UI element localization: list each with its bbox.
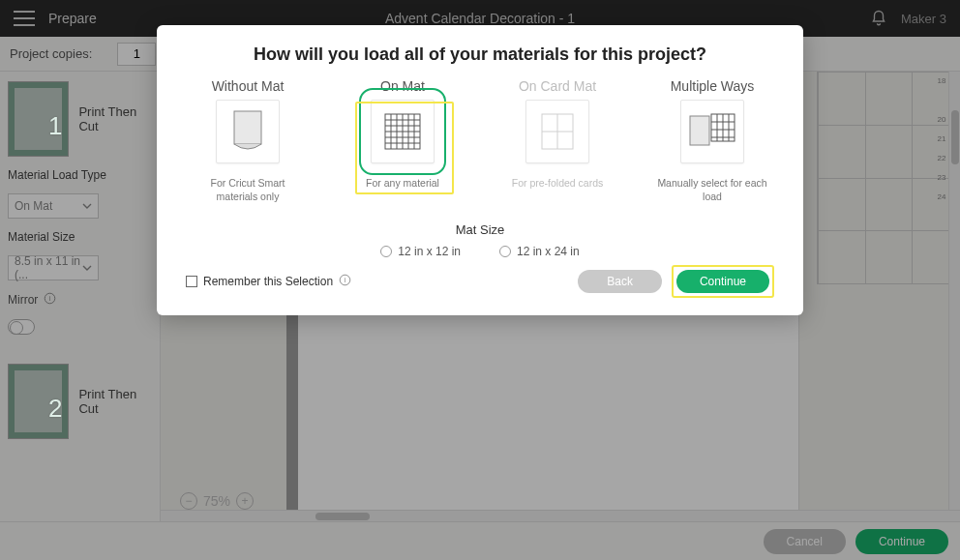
checkbox-icon[interactable]	[186, 276, 197, 287]
option-on-card-mat: On Card Mat For pre-folded cards	[499, 78, 615, 203]
radio-label: 12 in x 24 in	[517, 245, 580, 258]
radio-label: 12 in x 12 in	[398, 245, 461, 258]
remember-selection[interactable]: Remember this Selection i	[186, 274, 351, 289]
option-multiple-ways[interactable]: Multiple Ways Manually select for each l…	[654, 78, 770, 203]
without-mat-icon	[216, 100, 280, 163]
on-mat-icon	[371, 100, 435, 163]
radio-icon	[380, 246, 392, 257]
svg-text:i: i	[345, 276, 346, 284]
option-sub: For Cricut Smart materials only	[190, 177, 306, 203]
option-sub: For any material	[366, 177, 439, 191]
mat-size-12x24[interactable]: 12 in x 24 in	[499, 245, 580, 258]
option-title: On Card Mat	[519, 78, 596, 94]
remember-label: Remember this Selection	[203, 275, 333, 288]
info-icon[interactable]: i	[339, 274, 351, 289]
svg-rect-3	[385, 114, 420, 149]
mat-number: 1	[48, 111, 62, 141]
modal-title: How will you load all of your materials …	[186, 44, 774, 65]
radio-icon	[499, 246, 511, 257]
svg-rect-2	[234, 111, 261, 144]
modal-continue-button[interactable]: Continue	[676, 270, 769, 293]
option-on-mat[interactable]: On Mat For any material	[345, 78, 461, 203]
option-title: On Mat	[380, 78, 425, 94]
load-materials-modal: How will you load all of your materials …	[157, 25, 803, 315]
mat-size-label: Mat Size	[186, 222, 774, 237]
card-mat-icon	[525, 100, 589, 163]
multiple-ways-icon	[680, 100, 744, 163]
mat-number: 2	[48, 394, 62, 424]
back-button[interactable]: Back	[578, 270, 662, 293]
mat-size-12x12[interactable]: 12 in x 12 in	[380, 245, 461, 258]
option-without-mat[interactable]: Without Mat For Cricut Smart materials o…	[190, 78, 306, 203]
svg-rect-17	[690, 116, 709, 145]
option-sub: For pre-folded cards	[512, 177, 604, 191]
option-title: Without Mat	[212, 78, 285, 94]
option-title: Multiple Ways	[671, 78, 755, 94]
continue-highlight: Continue	[672, 265, 774, 298]
option-sub: Manually select for each load	[654, 177, 770, 203]
